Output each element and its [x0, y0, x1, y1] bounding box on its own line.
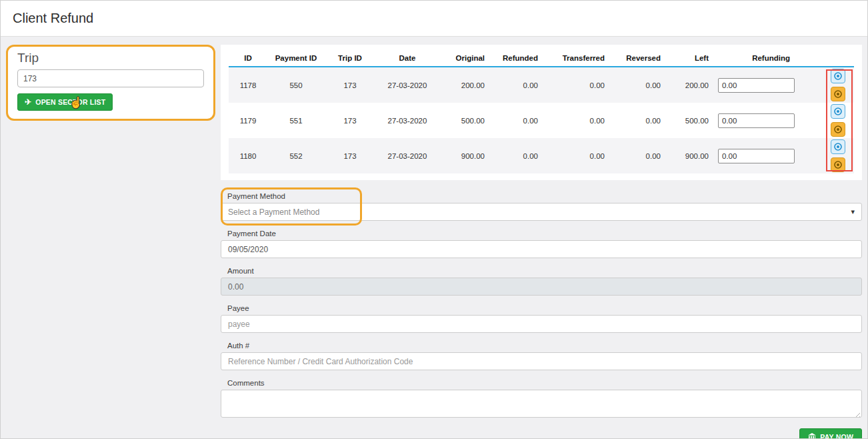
circle-dot-icon: [833, 71, 843, 81]
col-header-original: Original: [439, 54, 490, 62]
cell-original: 500.00: [439, 117, 490, 125]
payment-date-input[interactable]: [221, 240, 862, 258]
open-sector-list-button[interactable]: ✈ OPEN SECTOR LIST: [17, 93, 113, 111]
cell-refunded: 0.00: [490, 117, 543, 125]
pay-now-label: PAY NOW: [820, 433, 853, 439]
cell-id: 1180: [229, 152, 267, 160]
refunding-input[interactable]: [718, 78, 795, 93]
auth-field: Auth #: [221, 342, 862, 370]
cell-reversed: 0.00: [610, 81, 666, 89]
cell-trip-id: 173: [325, 81, 375, 89]
auth-input[interactable]: [221, 352, 862, 370]
row-actions: [822, 104, 854, 137]
circle-dot-icon: [833, 107, 843, 116]
col-header-date: Date: [375, 54, 439, 62]
table-header-row: ID Payment ID Trip ID Date Original Refu…: [229, 50, 854, 67]
cell-payment-id: 552: [267, 152, 325, 160]
col-header-refunded: Refunded: [490, 54, 543, 62]
amount-field: Amount: [221, 267, 862, 296]
circle-dot-icon: [833, 89, 843, 99]
payee-label: Payee: [227, 304, 862, 312]
payment-method-field: Payment Method Select a Payment Method ▾: [221, 192, 862, 221]
left-column: Trip ✈ OPEN SECTOR LIST ☝: [1, 45, 221, 121]
refunding-input[interactable]: [718, 149, 795, 163]
trip-panel-title: Trip: [17, 51, 204, 65]
cell-transferred: 0.00: [543, 81, 610, 89]
payment-method-select[interactable]: Select a Payment Method ▾: [221, 203, 862, 221]
col-header-trip-id: Trip ID: [325, 54, 375, 62]
cell-left: 200.00: [666, 81, 714, 89]
comments-field: Comments: [221, 379, 862, 420]
cell-reversed: 0.00: [610, 117, 666, 125]
cell-payment-id: 550: [267, 81, 325, 89]
cell-left: 900.00: [666, 152, 714, 160]
row-action-refund-button[interactable]: [831, 104, 845, 119]
pay-now-button[interactable]: PAY NOW: [799, 428, 862, 439]
row-action-reverse-button[interactable]: [831, 87, 845, 101]
row-action-reverse-button[interactable]: [831, 157, 845, 172]
cell-date: 27-03-2020: [375, 117, 439, 125]
comments-label: Comments: [227, 379, 862, 387]
trip-panel: Trip ✈ OPEN SECTOR LIST ☝: [6, 45, 215, 121]
cell-refunding: [714, 78, 822, 93]
open-sector-list-label: OPEN SECTOR LIST: [35, 98, 105, 106]
cell-date: 27-03-2020: [375, 152, 439, 160]
pay-now-row: PAY NOW: [221, 428, 862, 439]
payment-date-label: Payment Date: [227, 230, 862, 238]
col-header-payment-id: Payment ID: [267, 54, 325, 62]
cell-refunded: 0.00: [490, 81, 543, 89]
payee-input[interactable]: [221, 315, 862, 333]
cell-original: 200.00: [439, 81, 490, 89]
main-column: ID Payment ID Trip ID Date Original Refu…: [221, 45, 862, 439]
auth-label: Auth #: [227, 342, 862, 350]
payee-field: Payee: [221, 304, 862, 333]
cell-trip-id: 173: [325, 152, 375, 160]
table-row: 1180 552 173 27-03-2020 900.00 0.00 0.00…: [229, 138, 854, 173]
row-action-refund-button[interactable]: [831, 139, 845, 154]
refunding-input[interactable]: [718, 113, 795, 128]
cell-trip-id: 173: [325, 117, 375, 125]
cell-left: 500.00: [666, 117, 714, 125]
col-header-refunding: Refunding: [714, 54, 822, 62]
cell-original: 900.00: [439, 152, 490, 160]
cell-refunding: [714, 113, 822, 128]
circle-dot-icon: [833, 125, 843, 134]
row-actions: [822, 139, 854, 172]
payment-date-field: Payment Date: [221, 230, 862, 258]
table-row: 1179 551 173 27-03-2020 500.00 0.00 0.00…: [229, 103, 854, 138]
circle-dot-icon: [833, 142, 843, 151]
payment-method-label: Payment Method: [227, 192, 862, 200]
row-action-refund-button[interactable]: [831, 69, 845, 83]
table-body: 1178 550 173 27-03-2020 200.00 0.00 0.00…: [229, 67, 854, 173]
row-actions: [822, 69, 854, 101]
plane-icon: ✈: [25, 98, 31, 106]
chevron-down-icon: ▾: [851, 207, 855, 216]
cell-refunded: 0.00: [490, 152, 543, 160]
payment-method-selected-value: Select a Payment Method: [228, 207, 319, 217]
cell-id: 1178: [229, 81, 267, 89]
cell-reversed: 0.00: [610, 152, 666, 160]
payments-table: ID Payment ID Trip ID Date Original Refu…: [221, 45, 862, 180]
comments-textarea[interactable]: [221, 390, 862, 418]
table-row: 1178 550 173 27-03-2020 200.00 0.00 0.00…: [229, 67, 854, 103]
cell-transferred: 0.00: [543, 117, 610, 125]
page-title: Client Refund: [13, 11, 93, 26]
trip-input[interactable]: [17, 69, 204, 87]
col-header-id: ID: [229, 54, 267, 62]
cell-id: 1179: [229, 117, 267, 125]
page-header: Client Refund: [1, 1, 867, 37]
cell-refunding: [714, 149, 822, 163]
col-header-transferred: Transferred: [543, 54, 610, 62]
bank-icon: [808, 433, 816, 439]
circle-dot-icon: [833, 160, 843, 169]
amount-label: Amount: [227, 267, 862, 275]
cell-payment-id: 551: [267, 117, 325, 125]
row-action-reverse-button[interactable]: [831, 122, 845, 137]
col-header-left: Left: [666, 54, 714, 62]
col-header-reversed: Reversed: [610, 54, 666, 62]
cell-transferred: 0.00: [543, 152, 610, 160]
payment-form: Payment Method Select a Payment Method ▾…: [221, 192, 862, 439]
amount-input[interactable]: [221, 278, 862, 296]
cell-date: 27-03-2020: [375, 81, 439, 89]
